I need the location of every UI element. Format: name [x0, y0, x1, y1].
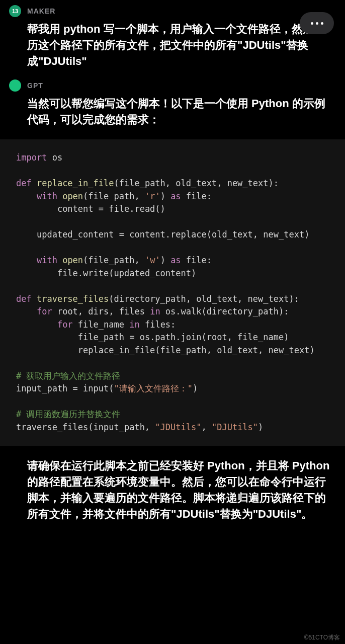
- maker-label: MAKER: [27, 7, 55, 15]
- gpt-outro: 请确保在运行此脚本之前已经安装好 Python，并且将 Python 的路径配置…: [0, 453, 345, 527]
- gpt-intro-text: 当然可以帮您编写这个脚本！以下是一个使用 Python 的示例代码，可以完成您的…: [9, 96, 335, 128]
- code-block[interactable]: import os def replace_in_file(file_path,…: [0, 139, 345, 446]
- watermark: ©51CTO博客: [304, 633, 340, 642]
- code-string: "JDUtils": [155, 422, 201, 432]
- code-keyword: as: [170, 255, 181, 265]
- code-text: os: [47, 152, 62, 163]
- dot-icon: [321, 22, 323, 25]
- code-function: open: [57, 191, 83, 201]
- message-header: 13 MAKER: [9, 5, 335, 17]
- code-keyword: with: [16, 255, 57, 265]
- code-text: (directory_path, old_text, new_text):: [109, 294, 299, 304]
- code-keyword: with: [16, 191, 57, 201]
- dot-icon: [316, 22, 318, 25]
- dot-icon: [311, 22, 313, 25]
- code-text: files:: [140, 319, 176, 330]
- code-comment: # 获取用户输入的文件路径: [16, 371, 120, 381]
- code-text: (file_path, old_text, new_text):: [114, 178, 279, 188]
- code-text: file.write(updated_content): [16, 268, 196, 278]
- code-text: content = file.read(): [16, 204, 165, 214]
- gpt-message: GPT 当然可以帮您编写这个脚本！以下是一个使用 Python 的示例代码，可以…: [0, 74, 345, 133]
- code-text: replace_in_file(file_path, old_text, new…: [16, 345, 315, 355]
- code-text: ): [160, 191, 170, 201]
- code-string: "DJUtils": [212, 422, 258, 432]
- code-text: input_path = input(: [16, 383, 114, 393]
- code-string: 'w': [145, 255, 160, 265]
- code-keyword: for: [16, 306, 52, 316]
- code-comment: # 调用函数遍历并替换文件: [16, 409, 120, 419]
- code-text: file:: [181, 191, 212, 201]
- code-keyword: import: [16, 152, 47, 163]
- gpt-outro-text: 请确保在运行此脚本之前已经安装好 Python，并且将 Python 的路径配置…: [9, 458, 335, 522]
- code-keyword: as: [170, 191, 181, 201]
- message-header: GPT: [9, 79, 335, 92]
- code-text: ): [193, 383, 198, 393]
- code-text: file:: [181, 255, 212, 265]
- code-keyword: in: [129, 319, 139, 330]
- code-text: (file_path,: [83, 191, 145, 201]
- code-text: (file_path,: [83, 255, 145, 265]
- code-keyword: for: [16, 319, 73, 330]
- code-function: open: [57, 255, 83, 265]
- maker-message: 13 MAKER 帮我用 python 写一个脚本，用户输入一个文件路径，然后遍…: [0, 0, 345, 74]
- code-keyword: def: [16, 178, 32, 188]
- code-text: root, dirs, files: [52, 306, 150, 316]
- maker-message-text: 帮我用 python 写一个脚本，用户输入一个文件路径，然后遍历这个路径下的所有…: [9, 21, 335, 69]
- code-text: traverse_files(input_path,: [16, 422, 155, 432]
- maker-avatar: 13: [9, 5, 21, 17]
- code-text: file_path = os.path.join(root, file_name…: [16, 332, 289, 342]
- code-text: updated_content = content.replace(old_te…: [16, 229, 309, 239]
- code-text: file_name: [73, 319, 130, 330]
- code-text: os.walk(directory_path):: [160, 306, 289, 316]
- more-button[interactable]: [300, 12, 334, 34]
- code-string: "请输入文件路径：": [114, 383, 192, 393]
- code-string: 'r': [145, 191, 160, 201]
- code-text: ,: [201, 422, 211, 432]
- code-function: traverse_files: [32, 294, 109, 304]
- gpt-avatar: [9, 79, 21, 92]
- code-keyword: def: [16, 294, 32, 304]
- code-text: ): [160, 255, 170, 265]
- code-text: ): [258, 422, 263, 432]
- code-keyword: in: [150, 306, 160, 316]
- code-function: replace_in_file: [32, 178, 114, 188]
- gpt-label: GPT: [27, 82, 43, 90]
